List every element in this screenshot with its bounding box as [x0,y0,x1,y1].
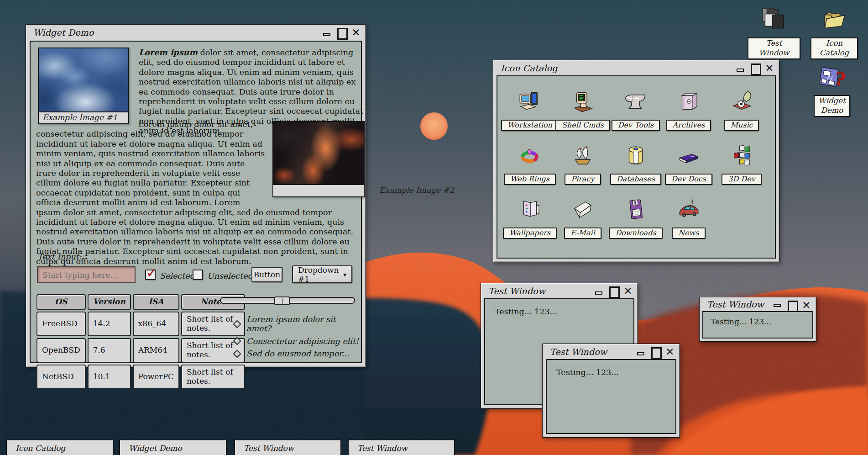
catalog-item-email[interactable]: E-Mail [556,197,609,239]
table-cell[interactable]: x86_64 [133,312,179,336]
maximize-button[interactable] [608,285,618,297]
stacked-windows-icon [759,5,789,36]
dropdown[interactable]: Dropdown #1 ▾ [292,265,352,283]
catalog-item-dev-docs[interactable]: Dev Docs [662,143,715,185]
close-button[interactable]: ✕ [801,299,811,309]
icon-catalog-content: Workstation Shell Cmds Dev Tools [497,75,776,259]
table-cell[interactable]: NetBSD [37,365,86,389]
test-window-text: Testing... 123... [703,312,812,326]
catalog-item-label[interactable]: Dev Docs [665,174,712,185]
taskbar-button-icon-catalog[interactable]: Icon Catalog [6,439,114,455]
close-button[interactable]: ✕ [351,26,361,38]
diamond-bullet-icon [233,349,241,358]
catalog-item-music[interactable]: Music [715,89,768,131]
icon-catalog-titlebar[interactable]: Icon Catalog ✕ [493,60,779,75]
text-input[interactable] [37,266,136,283]
test-window-titlebar[interactable]: Test Window ✕ [481,283,638,298]
test-window-titlebar[interactable]: Test Window ✕ [543,344,680,359]
checkbox-unselected[interactable] [193,270,203,280]
slider-track[interactable] [220,297,355,304]
taskbar-button-test-window[interactable]: Test Window [348,439,455,455]
catalog-item-web-rings[interactable]: Web Rings [503,143,556,185]
catalog-item-label[interactable]: Web Rings [504,174,556,185]
table-cell[interactable]: FreeBSD [37,312,86,336]
maximize-button[interactable] [787,299,797,309]
catalog-item-label[interactable]: Shell Cmds [555,120,610,131]
widget-demo-titlebar[interactable]: Widget Demo ✕ [26,25,366,40]
checkbox-unselected-label: Unselected [207,271,253,280]
folder-icon [819,5,849,36]
table-cell[interactable]: 14.2 [88,312,131,336]
desktop-icon-label[interactable]: Icon Catalog [810,37,858,59]
test-window-content: Testing... 123... [702,311,813,339]
widget-demo-window: Widget Demo ✕ Example Image #1 Lorem ips… [26,24,366,367]
catalog-item-label[interactable]: Workstation [501,120,559,131]
icon-catalog-window: Icon Catalog ✕ Workstation [493,60,779,262]
maximize-button[interactable] [336,26,346,38]
os-table: OS Version ISA Notes FreeBSD 14.2 x86_64… [35,292,247,391]
catalog-item-label[interactable]: Archives [666,120,711,131]
desktop-icon-label[interactable]: WidgetDemo [814,95,850,117]
catalog-item-label[interactable]: Music [724,120,759,131]
catalog-item-downloads[interactable]: Downloads [609,197,662,239]
diamond-bullet-icon [233,337,241,345]
book-icon [674,143,703,169]
catalog-item-label[interactable]: 3D Dev [722,174,761,185]
ship-icon [568,143,597,169]
catalog-item-news[interactable]: News [662,197,715,239]
taskbar-button-test-window[interactable]: Test Window [234,439,341,455]
catalog-item-label[interactable]: News [672,228,705,239]
catalog-item-label[interactable]: Dev Tools [612,120,660,131]
desktop-icon-test-window[interactable]: Test Window [748,5,800,59]
table-header-row: OS Version ISA Notes [37,294,245,310]
close-button[interactable]: ✕ [665,346,675,358]
desktop-icon-icon-catalog[interactable]: Icon Catalog [810,5,858,59]
column-header: Version [88,294,131,310]
catalog-item-label[interactable]: Piracy [565,174,601,185]
catalog-item-wallpapers[interactable]: Wallpapers [503,197,556,239]
paragraph-1-lead: Lorem ipsum [139,48,198,57]
table-cell[interactable]: 7.6 [88,338,131,363]
demo-button[interactable]: Button [251,267,282,282]
catalog-item-label[interactable]: Downloads [609,228,662,239]
bullet-list: Lorem ipsum dolor sit amet? Consectetur … [234,315,361,358]
desktop-icon-label[interactable]: Test Window [748,37,800,59]
catalog-row: Wallpapers E-Mail [497,197,775,239]
table-row: OpenBSD 7.6 ARM64 Short list of notes. [37,338,245,363]
slider-handle[interactable] [274,296,290,305]
maximize-button[interactable] [750,62,760,74]
close-button[interactable]: ✕ [623,285,633,297]
catalog-item-dev-tools[interactable]: Dev Tools [609,89,662,131]
safe-icon [674,89,703,116]
catalog-item-piracy[interactable]: Piracy [556,143,609,185]
test-window-titlebar[interactable]: Test Window ✕ [700,297,816,311]
minimize-button[interactable] [772,299,782,309]
catalog-item-archives[interactable]: Archives [662,89,715,131]
table-cell[interactable]: OpenBSD [37,338,86,363]
minimize-button[interactable] [735,62,745,74]
catalog-item-label[interactable]: Wallpapers [503,228,557,239]
list-item: Lorem ipsum dolor sit amet? [234,315,361,333]
window-title: Icon Catalog [501,63,558,73]
catalog-item-label[interactable]: E-Mail [564,228,601,239]
catalog-item-workstation[interactable]: Workstation [503,89,556,131]
checkbox-selected[interactable]: ✓ [145,270,156,280]
table-cell[interactable]: 10.1 [88,365,131,389]
minimize-button[interactable] [322,26,332,38]
table-cell[interactable]: Short list of notes. [181,365,245,389]
catalog-item-3d-dev[interactable]: 3D Dev [715,143,768,185]
taskbar-button-widget-demo[interactable]: Widget Demo [119,439,227,455]
close-button[interactable]: ✕ [764,62,774,74]
diamond-bullet-icon [233,320,241,328]
catalog-item-databases[interactable]: Databases [609,143,662,185]
catalog-item-label[interactable]: Databases [610,174,661,185]
desktop-icon-widget-demo[interactable]: ? WidgetDemo [807,63,857,117]
catalog-item-shell-cmds[interactable]: Shell Cmds [556,89,609,131]
minimize-button[interactable] [636,346,646,358]
text-input-label: Text Input: [37,252,82,261]
catalog-row: Workstation Shell Cmds Dev Tools [497,89,775,131]
table-cell[interactable]: PowerPC [133,365,179,389]
maximize-button[interactable] [650,346,660,358]
minimize-button[interactable] [594,285,604,297]
table-cell[interactable]: ARM64 [133,338,179,363]
